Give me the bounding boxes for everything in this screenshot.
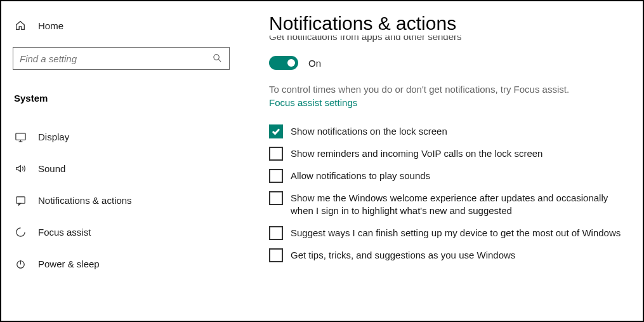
- notifications-toggle-row: On: [269, 56, 630, 70]
- sidebar-item-label: Focus assist: [38, 227, 91, 238]
- search-input[interactable]: [20, 53, 213, 64]
- check-play-sounds[interactable]: Allow notifications to play sounds: [269, 169, 630, 183]
- svg-point-0: [214, 55, 219, 60]
- check-label: Show notifications on the lock screen: [291, 124, 447, 138]
- svg-rect-2: [16, 196, 24, 203]
- sidebar-item-power-sleep[interactable]: Power & sleep: [13, 250, 242, 278]
- sidebar: Home System Display Sound: [1, 1, 242, 321]
- home-label: Home: [38, 20, 63, 31]
- check-tips-tricks[interactable]: Get tips, tricks, and suggestions as you…: [269, 248, 630, 262]
- checkbox[interactable]: [269, 191, 283, 205]
- sidebar-item-sound[interactable]: Sound: [13, 154, 242, 182]
- focus-icon: [14, 225, 27, 238]
- sound-icon: [14, 162, 27, 175]
- checkbox[interactable]: [269, 248, 283, 262]
- checkbox[interactable]: [269, 226, 283, 240]
- search-icon: [213, 53, 223, 64]
- sidebar-item-notifications[interactable]: Notifications & actions: [13, 186, 242, 214]
- checkbox[interactable]: [269, 147, 283, 161]
- svg-rect-1: [15, 133, 25, 139]
- home-link[interactable]: Home: [13, 13, 242, 38]
- main-content: Notifications & actions Get notification…: [242, 1, 643, 321]
- sidebar-item-label: Notifications & actions: [38, 195, 132, 206]
- check-label: Show me the Windows welcome experience a…: [291, 191, 630, 218]
- display-icon: [14, 130, 27, 143]
- check-list: Show notifications on the lock screen Sh…: [269, 124, 630, 262]
- focus-assist-link[interactable]: Focus assist settings: [269, 97, 357, 108]
- check-welcome-experience[interactable]: Show me the Windows welcome experience a…: [269, 191, 630, 218]
- home-icon: [14, 19, 27, 32]
- check-label: Get tips, tricks, and suggestions as you…: [291, 248, 515, 262]
- check-voip-lock-screen[interactable]: Show reminders and incoming VoIP calls o…: [269, 147, 630, 161]
- sidebar-item-label: Power & sleep: [38, 258, 100, 269]
- notifications-icon: [14, 194, 27, 206]
- notifications-toggle[interactable]: [269, 56, 298, 70]
- section-subheading: Get notifications from apps and other se…: [269, 35, 630, 46]
- check-lock-screen-notifications[interactable]: Show notifications on the lock screen: [269, 124, 630, 138]
- page-title: Notifications & actions: [269, 13, 630, 34]
- sidebar-item-label: Sound: [38, 163, 65, 174]
- sidebar-item-focus-assist[interactable]: Focus assist: [13, 218, 242, 246]
- category-label: System: [13, 86, 242, 110]
- check-label: Show reminders and incoming VoIP calls o…: [291, 147, 542, 160]
- search-input-wrapper[interactable]: [13, 47, 230, 70]
- power-icon: [14, 257, 27, 270]
- toggle-label: On: [308, 58, 321, 69]
- check-label: Allow notifications to play sounds: [291, 169, 430, 182]
- sidebar-item-display[interactable]: Display: [13, 123, 242, 151]
- check-label: Suggest ways I can finish setting up my …: [291, 226, 621, 239]
- helper-text: To control times when you do or don't ge…: [269, 84, 630, 95]
- check-setup-suggestions[interactable]: Suggest ways I can finish setting up my …: [269, 226, 630, 240]
- checkbox[interactable]: [269, 124, 283, 138]
- checkbox[interactable]: [269, 169, 283, 183]
- sidebar-item-label: Display: [38, 131, 69, 142]
